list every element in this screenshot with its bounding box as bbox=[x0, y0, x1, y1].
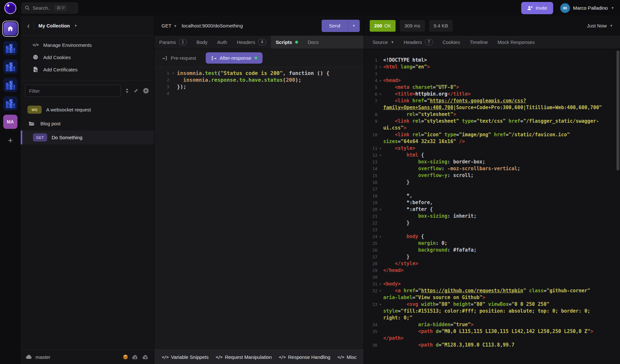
home-workspace-button[interactable] bbox=[2, 21, 18, 37]
line-number: 25 bbox=[364, 240, 377, 247]
response-tab-cookies[interactable]: Cookies bbox=[438, 36, 465, 49]
count-badge: 4 bbox=[258, 39, 266, 45]
script-editor[interactable]: 1▾insomnia.test("Status code is 200", fu… bbox=[154, 67, 364, 349]
tab-headers[interactable]: Headers4 bbox=[232, 36, 271, 49]
fold-arrow-icon[interactable]: ▾ bbox=[377, 152, 383, 159]
code-line: 21 box-sizing: inherit; bbox=[364, 213, 620, 220]
code-line: 9 <link rel="stylesheet" type="text/css"… bbox=[364, 118, 620, 131]
code-line: 23 bbox=[364, 226, 620, 233]
code-icon: </> bbox=[216, 355, 222, 359]
code-line: 3}); bbox=[154, 83, 364, 90]
sidebar-request-a-websocket-request[interactable]: WSA websocket request bbox=[21, 103, 154, 117]
response-history-dropdown[interactable]: Just Now ▼ bbox=[587, 23, 615, 28]
code-line: 16 } bbox=[364, 179, 620, 186]
fold-arrow-icon[interactable]: ▾ bbox=[377, 301, 383, 308]
url-input[interactable]: localhost:9000/doSomething bbox=[182, 23, 243, 28]
snippet-variable-snippets[interactable]: </>Variable Snippets bbox=[158, 354, 212, 360]
tab-label: Headers bbox=[237, 39, 255, 45]
after-response-label: After-response bbox=[220, 55, 251, 61]
tab-auth[interactable]: Auth bbox=[212, 36, 232, 49]
snippet-request-manipulation[interactable]: </>Request Manipulation bbox=[212, 354, 275, 360]
response-tab-source[interactable]: Source▼ bbox=[368, 36, 399, 49]
snippet-response-handling[interactable]: </>Response Handling bbox=[275, 354, 334, 360]
code-line: 14 overflow: -moz-scrollbars-vertical; bbox=[364, 165, 620, 172]
organization-avatar[interactable]: MA bbox=[3, 115, 17, 129]
line-number: 31 bbox=[364, 281, 377, 287]
sidebar-folder-blog-post[interactable]: Blog post bbox=[21, 117, 154, 130]
tab-label: Source bbox=[373, 39, 388, 45]
fold-arrow-icon[interactable]: ▾ bbox=[377, 91, 383, 98]
time-badge: 309 ms bbox=[400, 20, 425, 32]
line-number: 15 bbox=[364, 172, 377, 179]
cloud-download-icon[interactable] bbox=[132, 355, 139, 359]
workspace-tile[interactable] bbox=[3, 41, 17, 55]
filter-input[interactable]: Filter bbox=[25, 85, 121, 97]
response-tab-headers[interactable]: Headers7 bbox=[399, 36, 438, 49]
code-line: 31▾<body> bbox=[364, 281, 620, 287]
send-options-icon[interactable]: ▼ bbox=[348, 20, 360, 32]
fold-arrow-icon[interactable]: ▾ bbox=[377, 145, 383, 152]
collection-name[interactable]: My Collection bbox=[38, 23, 70, 28]
chevron-down-icon: ▼ bbox=[610, 24, 613, 27]
tab-label: Auth bbox=[217, 39, 227, 45]
add-organization-button[interactable]: + bbox=[8, 136, 13, 144]
invite-button[interactable]: Invite bbox=[521, 2, 553, 14]
sidebar-action-manage-environments[interactable]: </>Manage Environments bbox=[21, 39, 154, 51]
response-tab-mock-responses[interactable]: Mock Responses bbox=[493, 36, 540, 49]
line-number: 12 bbox=[364, 152, 377, 159]
tab-label: Mock Responses bbox=[498, 39, 535, 45]
code-line: 4▾<head> bbox=[364, 77, 620, 84]
app-shell: MA + ‹ My Collection ▼ </>Manage Environ… bbox=[0, 16, 620, 364]
tab-body[interactable]: Body bbox=[191, 36, 212, 49]
line-number: 13 bbox=[364, 159, 377, 165]
code-line: 2▾<html lang="en"> bbox=[364, 64, 620, 70]
url-bar: GET ▼ localhost:9000/doSomething Send ▼ bbox=[154, 16, 364, 36]
menu-label: Add Cookies bbox=[43, 55, 71, 60]
sidebar-request-do-something[interactable]: GETDo Something bbox=[21, 130, 154, 144]
tab-label: Cookies bbox=[443, 39, 460, 45]
fold-arrow-icon[interactable]: ▾ bbox=[377, 233, 383, 240]
send-button[interactable]: Send ▼ bbox=[322, 20, 360, 32]
fold-arrow-icon[interactable]: ▾ bbox=[377, 206, 383, 213]
tab-scripts[interactable]: Scripts bbox=[271, 36, 303, 49]
sort-icon[interactable] bbox=[125, 88, 129, 93]
code-line: 18 *, bbox=[364, 192, 620, 199]
code-line: 26 background: #fafafa; bbox=[364, 247, 620, 254]
fold-arrow-icon[interactable]: ▾ bbox=[377, 287, 383, 294]
code-line: 30 bbox=[364, 274, 620, 281]
fold-arrow-icon[interactable]: ▾ bbox=[377, 64, 383, 70]
response-body-viewer[interactable]: 1<!DOCTYPE html>2▾<html lang="en">34▾<he… bbox=[364, 49, 620, 364]
tab-docs[interactable]: Docs bbox=[303, 36, 324, 49]
chevron-down-icon[interactable]: ▼ bbox=[74, 24, 78, 27]
line-number: 36 bbox=[364, 342, 377, 348]
account-menu[interactable]: 88 Marco Palladino ▼ bbox=[560, 3, 614, 13]
collection-sidebar: ‹ My Collection ▼ </>Manage Environments… bbox=[21, 16, 154, 364]
fold-arrow-icon[interactable]: ▾ bbox=[377, 281, 383, 287]
tab-pre-request[interactable]: →] Pre-request bbox=[162, 55, 196, 61]
expand-icon[interactable] bbox=[133, 88, 139, 93]
response-tab-timeline[interactable]: Timeline bbox=[465, 36, 493, 49]
tab-after-response[interactable]: [→ After-response bbox=[206, 52, 263, 64]
add-request-icon[interactable] bbox=[143, 88, 149, 94]
search-input[interactable]: Search.. ⌘ P bbox=[21, 2, 78, 14]
environment-branch[interactable]: master bbox=[36, 354, 50, 360]
method-dropdown[interactable]: GET bbox=[161, 23, 171, 28]
code-line: 10 <link rel="icon" type="image/png" hre… bbox=[364, 131, 620, 145]
tab-params[interactable]: Params1 bbox=[154, 36, 191, 49]
back-chevron-icon[interactable]: ‹ bbox=[27, 23, 30, 29]
history-label: Just Now bbox=[587, 23, 607, 28]
fold-arrow-icon[interactable]: ▾ bbox=[169, 70, 177, 77]
workspace-tile[interactable] bbox=[3, 78, 17, 92]
scrollbar-thumb[interactable] bbox=[616, 50, 619, 171]
fold-arrow-icon[interactable]: ▾ bbox=[377, 77, 383, 84]
sidebar-action-add-certificates[interactable]: Add Certificates bbox=[21, 63, 154, 76]
sidebar-action-add-cookies[interactable]: Add Cookies bbox=[21, 51, 154, 63]
method-badge: GET bbox=[33, 133, 47, 141]
chevron-down-icon[interactable]: ▼ bbox=[174, 24, 177, 28]
workspace-tile[interactable] bbox=[3, 96, 17, 110]
sync-box-icon[interactable] bbox=[123, 354, 128, 360]
cloud-upload-icon[interactable] bbox=[142, 355, 149, 359]
snippet-label: Response Handling bbox=[288, 354, 330, 360]
snippet-misc[interactable]: </>Misc bbox=[334, 354, 360, 360]
workspace-tile[interactable] bbox=[3, 59, 17, 74]
